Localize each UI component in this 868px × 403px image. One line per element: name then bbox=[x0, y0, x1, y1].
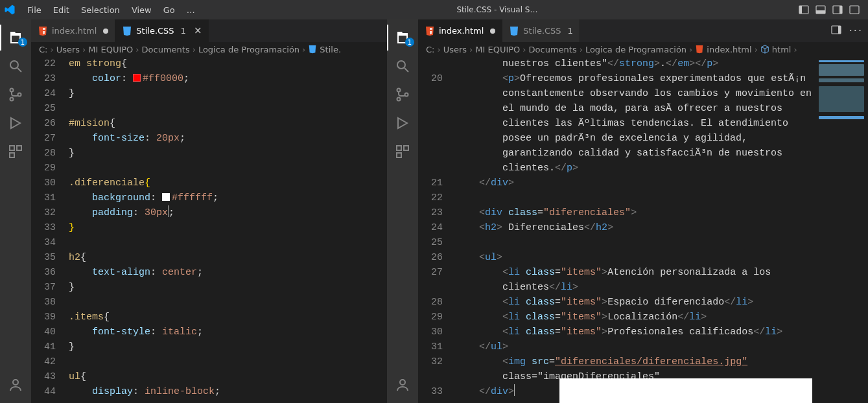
explorer-badge: 1 bbox=[405, 38, 414, 47]
svg-rect-22 bbox=[404, 146, 408, 150]
menu-go[interactable]: Go bbox=[158, 3, 180, 17]
right-breadcrumbs[interactable]: C:› Users› MI EQUIPO› Documents› Logica … bbox=[418, 42, 868, 56]
chevron-right-icon: › bbox=[193, 45, 196, 54]
tab-index-html-right[interactable]: index.html bbox=[418, 19, 502, 42]
tab-label: index.html bbox=[52, 26, 97, 36]
tab-stile-css-right[interactable]: Stile.CSS 1 bbox=[502, 19, 580, 42]
svg-rect-14 bbox=[10, 153, 14, 157]
svg-point-20 bbox=[405, 93, 408, 97]
right-gutter: 20 21222324252627 2829303132 33 bbox=[418, 56, 454, 403]
crumb[interactable]: Users bbox=[56, 45, 80, 54]
svg-rect-21 bbox=[397, 146, 401, 150]
activity-accounts[interactable] bbox=[0, 372, 31, 398]
svg-rect-12 bbox=[10, 146, 14, 150]
menu-edit[interactable]: Edit bbox=[48, 3, 75, 17]
crumb[interactable]: Documents bbox=[142, 45, 190, 54]
tab-stile-css-left[interactable]: Stile.CSS 1 × bbox=[115, 19, 209, 42]
left-gutter: 2223242526272829303132333435363738394041… bbox=[31, 56, 67, 403]
activity-extensions[interactable] bbox=[387, 139, 418, 165]
activity-accounts[interactable] bbox=[387, 372, 418, 398]
svg-point-9 bbox=[10, 89, 14, 92]
css-file-icon bbox=[509, 26, 519, 36]
activity-run-debug[interactable] bbox=[0, 110, 31, 136]
svg-point-16 bbox=[397, 61, 405, 69]
chevron-right-icon: › bbox=[522, 45, 526, 54]
layout-customize-icon[interactable] bbox=[849, 4, 860, 16]
crumb[interactable]: Logica de Programación bbox=[198, 45, 299, 54]
crumb[interactable]: MI EQUIPO bbox=[475, 45, 520, 54]
svg-point-11 bbox=[18, 93, 21, 97]
svg-line-8 bbox=[18, 68, 21, 72]
activity-explorer[interactable]: 1 bbox=[0, 25, 31, 51]
activity-bar-left: 1 bbox=[0, 19, 31, 403]
right-tabs: index.html Stile.CSS 1 ··· bbox=[418, 19, 868, 42]
dirty-indicator-icon bbox=[103, 29, 108, 34]
svg-point-15 bbox=[13, 380, 18, 385]
left-code[interactable]: em strong{ color: #ff0000;} #mision{ fon… bbox=[67, 56, 387, 403]
crumb[interactable]: html bbox=[760, 45, 792, 54]
css-file-icon bbox=[308, 45, 317, 54]
left-code-editor[interactable]: 2223242526272829303132333435363738394041… bbox=[31, 56, 387, 403]
dirty-indicator-icon bbox=[490, 29, 495, 34]
activity-run-debug[interactable] bbox=[387, 110, 418, 136]
crumb[interactable]: C: bbox=[39, 45, 47, 54]
svg-point-10 bbox=[10, 98, 14, 101]
crumb[interactable]: C: bbox=[426, 45, 434, 54]
tab-modified-count: 1 bbox=[181, 26, 186, 36]
crumb[interactable]: Logica de Programación bbox=[585, 45, 686, 54]
menu-view[interactable]: View bbox=[126, 3, 157, 17]
more-icon[interactable]: ··· bbox=[849, 25, 863, 37]
svg-rect-3 bbox=[816, 10, 825, 14]
activity-explorer[interactable]: 1 bbox=[387, 25, 418, 51]
crumb[interactable]: Users bbox=[443, 45, 467, 54]
crumb[interactable]: index.html bbox=[695, 45, 751, 54]
menu-file[interactable]: File bbox=[22, 3, 47, 17]
activity-source-control[interactable] bbox=[387, 82, 418, 108]
chevron-right-icon: › bbox=[755, 45, 758, 54]
left-tabs: index.html Stile.CSS 1 × bbox=[31, 19, 387, 42]
chevron-right-icon: › bbox=[82, 45, 86, 54]
layout-panel-icon[interactable] bbox=[815, 4, 827, 16]
vscode-logo-icon bbox=[4, 4, 16, 16]
chevron-right-icon: › bbox=[580, 45, 583, 54]
chevron-right-icon: › bbox=[135, 45, 139, 54]
menu-overflow[interactable]: … bbox=[182, 3, 200, 17]
editor-group-left: 1 bbox=[0, 19, 387, 403]
tab-index-html-left[interactable]: index.html bbox=[31, 19, 115, 42]
workspace: 1 bbox=[0, 19, 868, 403]
right-code-editor[interactable]: 20 21222324252627 2829303132 33 nuestros… bbox=[418, 56, 868, 403]
chevron-right-icon: › bbox=[793, 45, 797, 54]
chevron-right-icon: › bbox=[469, 45, 473, 54]
editor-group-right: 1 bbox=[387, 19, 868, 403]
svg-point-18 bbox=[397, 89, 401, 92]
svg-rect-23 bbox=[397, 153, 401, 157]
svg-line-17 bbox=[405, 68, 408, 72]
activity-source-control[interactable] bbox=[0, 82, 31, 108]
layout-sidebar-right-icon[interactable] bbox=[832, 4, 843, 16]
activity-extensions[interactable] bbox=[0, 139, 31, 165]
html-file-icon bbox=[38, 26, 48, 36]
panel-toggle-icon[interactable] bbox=[831, 25, 841, 37]
title-layout-icons bbox=[794, 4, 864, 16]
close-icon[interactable]: × bbox=[194, 26, 202, 36]
chevron-right-icon: › bbox=[437, 45, 440, 54]
html-file-icon bbox=[425, 26, 435, 36]
left-breadcrumbs[interactable]: C:› Users› MI EQUIPO› Documents› Logica … bbox=[31, 42, 387, 56]
tab-label: Stile.CSS bbox=[136, 26, 174, 36]
tab-label: index.html bbox=[439, 26, 484, 36]
css-file-icon bbox=[122, 26, 132, 36]
layout-sidebar-left-icon[interactable] bbox=[798, 4, 810, 16]
svg-point-19 bbox=[397, 98, 401, 101]
activity-bar-right: 1 bbox=[387, 19, 418, 403]
left-editor: index.html Stile.CSS 1 × C:› Users› MI E… bbox=[31, 19, 387, 403]
right-code[interactable]: nuestros clientes"</strong>.</em></p> <p… bbox=[454, 56, 868, 403]
activity-search[interactable] bbox=[0, 53, 31, 79]
crumb[interactable]: Documents bbox=[529, 45, 577, 54]
crumb[interactable]: Stile. bbox=[308, 45, 341, 54]
tab-modified-count: 1 bbox=[568, 26, 573, 36]
chevron-right-icon: › bbox=[50, 45, 53, 54]
crumb[interactable]: MI EQUIPO bbox=[88, 45, 133, 54]
cube-symbol-icon bbox=[760, 45, 769, 54]
menu-selection[interactable]: Selection bbox=[76, 3, 125, 17]
activity-search[interactable] bbox=[387, 53, 418, 79]
